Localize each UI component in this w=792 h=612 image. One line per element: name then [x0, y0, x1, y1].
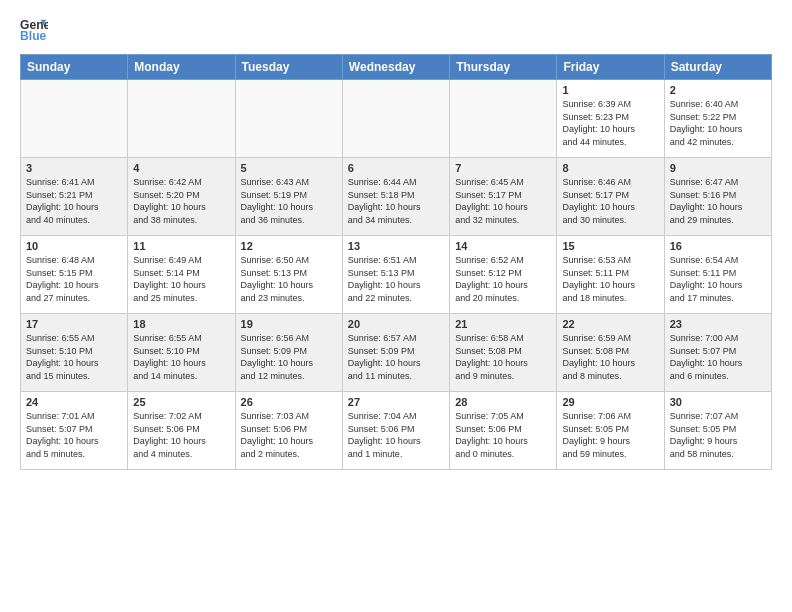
day-number: 20 [348, 318, 444, 330]
calendar-cell: 29Sunrise: 7:06 AM Sunset: 5:05 PM Dayli… [557, 392, 664, 470]
calendar-cell: 19Sunrise: 6:56 AM Sunset: 5:09 PM Dayli… [235, 314, 342, 392]
calendar-cell: 9Sunrise: 6:47 AM Sunset: 5:16 PM Daylig… [664, 158, 771, 236]
calendar-cell: 14Sunrise: 6:52 AM Sunset: 5:12 PM Dayli… [450, 236, 557, 314]
day-info: Sunrise: 6:40 AM Sunset: 5:22 PM Dayligh… [670, 98, 766, 148]
day-number: 10 [26, 240, 122, 252]
day-info: Sunrise: 6:51 AM Sunset: 5:13 PM Dayligh… [348, 254, 444, 304]
calendar-cell [235, 80, 342, 158]
weekday-header-monday: Monday [128, 55, 235, 80]
day-info: Sunrise: 6:44 AM Sunset: 5:18 PM Dayligh… [348, 176, 444, 226]
day-info: Sunrise: 6:39 AM Sunset: 5:23 PM Dayligh… [562, 98, 658, 148]
weekday-header-sunday: Sunday [21, 55, 128, 80]
day-number: 3 [26, 162, 122, 174]
calendar-cell: 18Sunrise: 6:55 AM Sunset: 5:10 PM Dayli… [128, 314, 235, 392]
calendar-cell: 25Sunrise: 7:02 AM Sunset: 5:06 PM Dayli… [128, 392, 235, 470]
svg-text:Blue: Blue [20, 29, 47, 43]
calendar-cell: 30Sunrise: 7:07 AM Sunset: 5:05 PM Dayli… [664, 392, 771, 470]
weekday-header-tuesday: Tuesday [235, 55, 342, 80]
calendar-cell [21, 80, 128, 158]
calendar-cell: 16Sunrise: 6:54 AM Sunset: 5:11 PM Dayli… [664, 236, 771, 314]
day-number: 11 [133, 240, 229, 252]
day-number: 14 [455, 240, 551, 252]
day-number: 25 [133, 396, 229, 408]
day-info: Sunrise: 6:42 AM Sunset: 5:20 PM Dayligh… [133, 176, 229, 226]
day-info: Sunrise: 6:53 AM Sunset: 5:11 PM Dayligh… [562, 254, 658, 304]
calendar-cell: 8Sunrise: 6:46 AM Sunset: 5:17 PM Daylig… [557, 158, 664, 236]
calendar-cell: 20Sunrise: 6:57 AM Sunset: 5:09 PM Dayli… [342, 314, 449, 392]
calendar-cell: 7Sunrise: 6:45 AM Sunset: 5:17 PM Daylig… [450, 158, 557, 236]
page-header: General Blue [20, 16, 772, 44]
day-number: 22 [562, 318, 658, 330]
day-number: 19 [241, 318, 337, 330]
day-number: 16 [670, 240, 766, 252]
calendar-cell: 12Sunrise: 6:50 AM Sunset: 5:13 PM Dayli… [235, 236, 342, 314]
calendar-cell: 17Sunrise: 6:55 AM Sunset: 5:10 PM Dayli… [21, 314, 128, 392]
calendar-cell [342, 80, 449, 158]
day-info: Sunrise: 6:59 AM Sunset: 5:08 PM Dayligh… [562, 332, 658, 382]
calendar-cell: 23Sunrise: 7:00 AM Sunset: 5:07 PM Dayli… [664, 314, 771, 392]
calendar-cell: 3Sunrise: 6:41 AM Sunset: 5:21 PM Daylig… [21, 158, 128, 236]
calendar-cell: 4Sunrise: 6:42 AM Sunset: 5:20 PM Daylig… [128, 158, 235, 236]
day-info: Sunrise: 7:04 AM Sunset: 5:06 PM Dayligh… [348, 410, 444, 460]
day-info: Sunrise: 6:50 AM Sunset: 5:13 PM Dayligh… [241, 254, 337, 304]
day-number: 5 [241, 162, 337, 174]
calendar-cell: 15Sunrise: 6:53 AM Sunset: 5:11 PM Dayli… [557, 236, 664, 314]
calendar-cell [128, 80, 235, 158]
day-number: 29 [562, 396, 658, 408]
day-number: 7 [455, 162, 551, 174]
day-info: Sunrise: 7:05 AM Sunset: 5:06 PM Dayligh… [455, 410, 551, 460]
day-info: Sunrise: 6:43 AM Sunset: 5:19 PM Dayligh… [241, 176, 337, 226]
calendar-cell: 2Sunrise: 6:40 AM Sunset: 5:22 PM Daylig… [664, 80, 771, 158]
calendar-cell: 28Sunrise: 7:05 AM Sunset: 5:06 PM Dayli… [450, 392, 557, 470]
calendar-cell: 1Sunrise: 6:39 AM Sunset: 5:23 PM Daylig… [557, 80, 664, 158]
day-number: 26 [241, 396, 337, 408]
day-number: 21 [455, 318, 551, 330]
day-info: Sunrise: 7:07 AM Sunset: 5:05 PM Dayligh… [670, 410, 766, 460]
day-number: 23 [670, 318, 766, 330]
day-number: 9 [670, 162, 766, 174]
calendar-cell: 10Sunrise: 6:48 AM Sunset: 5:15 PM Dayli… [21, 236, 128, 314]
day-info: Sunrise: 6:55 AM Sunset: 5:10 PM Dayligh… [26, 332, 122, 382]
day-number: 4 [133, 162, 229, 174]
day-info: Sunrise: 6:58 AM Sunset: 5:08 PM Dayligh… [455, 332, 551, 382]
weekday-header-thursday: Thursday [450, 55, 557, 80]
day-info: Sunrise: 7:03 AM Sunset: 5:06 PM Dayligh… [241, 410, 337, 460]
day-info: Sunrise: 7:01 AM Sunset: 5:07 PM Dayligh… [26, 410, 122, 460]
day-number: 6 [348, 162, 444, 174]
calendar-cell: 27Sunrise: 7:04 AM Sunset: 5:06 PM Dayli… [342, 392, 449, 470]
calendar-cell: 21Sunrise: 6:58 AM Sunset: 5:08 PM Dayli… [450, 314, 557, 392]
logo: General Blue [20, 16, 48, 44]
weekday-header-wednesday: Wednesday [342, 55, 449, 80]
day-info: Sunrise: 7:00 AM Sunset: 5:07 PM Dayligh… [670, 332, 766, 382]
day-number: 12 [241, 240, 337, 252]
weekday-header-saturday: Saturday [664, 55, 771, 80]
day-info: Sunrise: 7:02 AM Sunset: 5:06 PM Dayligh… [133, 410, 229, 460]
logo-icon: General Blue [20, 16, 48, 44]
day-info: Sunrise: 6:49 AM Sunset: 5:14 PM Dayligh… [133, 254, 229, 304]
day-number: 2 [670, 84, 766, 96]
day-info: Sunrise: 6:57 AM Sunset: 5:09 PM Dayligh… [348, 332, 444, 382]
day-info: Sunrise: 6:46 AM Sunset: 5:17 PM Dayligh… [562, 176, 658, 226]
calendar-cell [450, 80, 557, 158]
day-info: Sunrise: 6:52 AM Sunset: 5:12 PM Dayligh… [455, 254, 551, 304]
day-number: 1 [562, 84, 658, 96]
calendar-cell: 6Sunrise: 6:44 AM Sunset: 5:18 PM Daylig… [342, 158, 449, 236]
day-number: 15 [562, 240, 658, 252]
day-number: 17 [26, 318, 122, 330]
day-number: 18 [133, 318, 229, 330]
day-number: 8 [562, 162, 658, 174]
day-info: Sunrise: 6:41 AM Sunset: 5:21 PM Dayligh… [26, 176, 122, 226]
day-info: Sunrise: 6:45 AM Sunset: 5:17 PM Dayligh… [455, 176, 551, 226]
day-number: 27 [348, 396, 444, 408]
day-number: 24 [26, 396, 122, 408]
day-number: 13 [348, 240, 444, 252]
calendar-cell: 24Sunrise: 7:01 AM Sunset: 5:07 PM Dayli… [21, 392, 128, 470]
day-info: Sunrise: 6:55 AM Sunset: 5:10 PM Dayligh… [133, 332, 229, 382]
calendar-cell: 5Sunrise: 6:43 AM Sunset: 5:19 PM Daylig… [235, 158, 342, 236]
day-info: Sunrise: 6:54 AM Sunset: 5:11 PM Dayligh… [670, 254, 766, 304]
weekday-header-friday: Friday [557, 55, 664, 80]
day-info: Sunrise: 6:56 AM Sunset: 5:09 PM Dayligh… [241, 332, 337, 382]
day-number: 30 [670, 396, 766, 408]
calendar-cell: 26Sunrise: 7:03 AM Sunset: 5:06 PM Dayli… [235, 392, 342, 470]
calendar-table: SundayMondayTuesdayWednesdayThursdayFrid… [20, 54, 772, 470]
